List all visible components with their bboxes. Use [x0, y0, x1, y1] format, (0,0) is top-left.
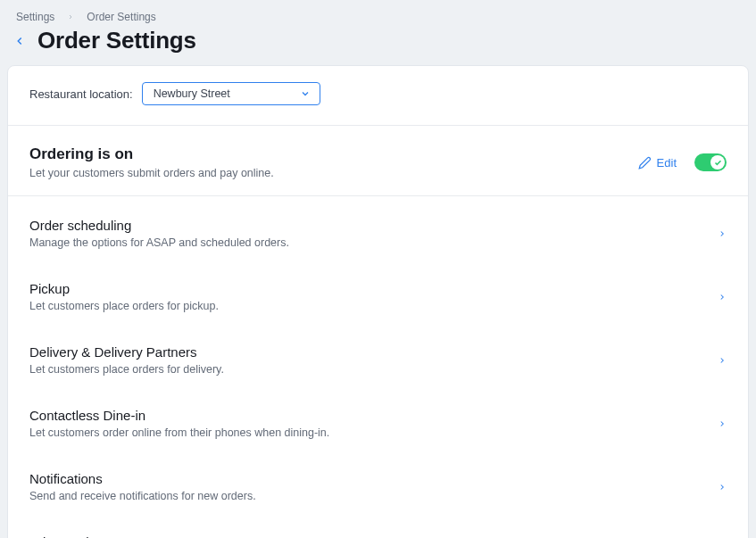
location-bar: Restaurant location: Newbury Street — [8, 66, 748, 126]
back-button[interactable] — [11, 32, 29, 50]
chevron-right-icon — [718, 416, 727, 432]
page-title: Order Settings — [37, 27, 196, 54]
section-title: Advanced — [29, 534, 718, 538]
section-subtitle: Let customers order online from their ph… — [29, 426, 718, 439]
breadcrumb-current: Order Settings — [87, 11, 155, 23]
location-label: Restaurant location: — [29, 87, 133, 101]
chevron-right-icon — [718, 289, 727, 305]
toggle-knob — [710, 155, 725, 170]
section-title: Contactless Dine-in — [29, 408, 718, 423]
chevron-right-icon — [67, 13, 74, 21]
section-title: Pickup — [29, 281, 718, 296]
section-contactless-dinein[interactable]: Contactless Dine-in Let customers order … — [8, 392, 748, 455]
edit-label: Edit — [657, 156, 677, 170]
breadcrumb-root[interactable]: Settings — [16, 11, 54, 23]
section-pickup[interactable]: Pickup Let customers place orders for pi… — [8, 265, 748, 328]
section-title: Notifications — [29, 471, 718, 486]
chevron-right-icon — [718, 479, 727, 495]
section-notifications[interactable]: Notifications Send and receive notificat… — [8, 455, 748, 518]
section-title: Delivery & Delivery Partners — [29, 344, 718, 360]
settings-card: Restaurant location: Newbury Street Orde… — [7, 65, 749, 538]
location-select[interactable]: Newbury Street — [142, 82, 320, 105]
chevron-left-icon — [13, 35, 26, 47]
section-order-scheduling[interactable]: Order scheduling Manage the options for … — [8, 202, 748, 265]
ordering-status-title: Ordering is on — [29, 145, 638, 163]
section-subtitle: Let customers place orders for pickup. — [29, 300, 718, 312]
chevron-right-icon — [718, 352, 727, 368]
breadcrumb: Settings Order Settings — [4, 0, 752, 27]
section-title: Order scheduling — [29, 218, 718, 233]
section-subtitle: Let customers place orders for delivery. — [29, 363, 718, 376]
section-subtitle: Send and receive notifications for new o… — [29, 490, 718, 502]
location-selected-value: Newbury Street — [154, 87, 230, 100]
chevron-right-icon — [718, 226, 727, 242]
section-list: Order scheduling Manage the options for … — [8, 196, 748, 538]
pencil-icon — [638, 156, 652, 170]
ordering-status-row: Ordering is on Let your customers submit… — [8, 126, 748, 196]
section-delivery[interactable]: Delivery & Delivery Partners Let custome… — [8, 328, 748, 392]
ordering-status-subtitle: Let your customers submit orders and pay… — [29, 167, 638, 179]
section-subtitle: Manage the options for ASAP and schedule… — [29, 236, 718, 249]
edit-button[interactable]: Edit — [638, 156, 677, 170]
chevron-down-icon — [300, 88, 311, 99]
ordering-toggle[interactable] — [694, 153, 727, 171]
section-advanced[interactable]: Advanced Set up additional options such … — [8, 518, 748, 538]
check-icon — [714, 159, 722, 167]
